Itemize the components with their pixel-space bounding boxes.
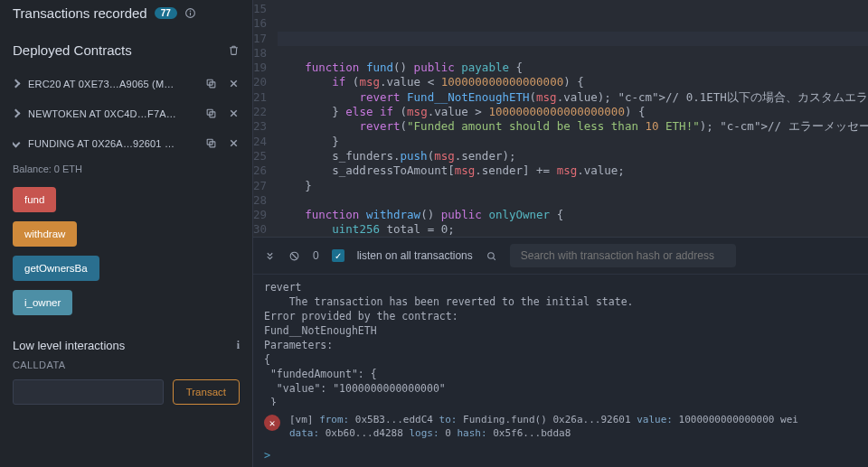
ban-icon[interactable] [288, 250, 300, 262]
chevron-down-icon [13, 139, 20, 148]
pending-count: 0 [313, 249, 319, 262]
deployed-contracts-header: Deployed Contracts [0, 30, 252, 67]
contract-row-newtoken[interactable]: NEWTOKEN AT 0XC4D…F7AAE (! [0, 98, 252, 128]
listen-label: listen on all transactions [357, 249, 473, 262]
main: 15161718192021222324252627282930 functio… [253, 0, 868, 467]
transact-button[interactable]: Transact [173, 379, 240, 405]
code-content: function fund() public payable { if (msg… [278, 46, 868, 237]
transactions-recorded-title: Transactions recorded [13, 5, 147, 21]
close-icon[interactable] [228, 107, 240, 119]
copy-icon[interactable] [205, 137, 217, 149]
trash-icon[interactable] [228, 44, 240, 56]
transactions-count-badge: 77 [155, 7, 177, 19]
terminal-log[interactable]: revert The transaction has been reverted… [253, 275, 868, 406]
svg-point-2 [190, 11, 191, 12]
terminal-tx-summary[interactable]: ✕ [vm] from: 0x5B3...eddC4 to: Funding.f… [253, 406, 868, 447]
contract-label: ERC20 AT 0XE73…A9065 (MEMO [28, 79, 177, 89]
active-line-highlight [278, 32, 868, 46]
collapse-icon[interactable] [264, 250, 276, 262]
terminal-prompt[interactable]: > [253, 447, 868, 467]
code-editor[interactable]: 15161718192021222324252627282930 functio… [253, 0, 868, 237]
low-level-interactions-header: Low level interactions i [0, 328, 252, 352]
chevron-right-icon [13, 79, 20, 89]
svg-line-18 [493, 257, 495, 259]
deployed-contracts-title: Deployed Contracts [13, 42, 132, 58]
terminal-search-input[interactable] [510, 244, 736, 267]
copy-icon[interactable] [205, 78, 217, 89]
info-icon[interactable] [184, 7, 196, 19]
transactions-recorded-header: Transactions recorded 77 [0, 0, 252, 30]
contract-row-funding[interactable]: FUNDING AT 0X26A…92601 (ME [0, 128, 252, 158]
contract-row-erc20[interactable]: ERC20 AT 0XE73…A9065 (MEMO [0, 69, 252, 98]
chevron-right-icon [13, 109, 20, 118]
line-gutter: 15161718192021222324252627282930 [253, 0, 278, 237]
terminal-toolbar: 0 ✓ listen on all transactions [253, 238, 868, 275]
svg-point-17 [487, 252, 494, 258]
svg-line-16 [291, 253, 297, 259]
terminal-tx-text: [vm] from: 0x5B3...eddC4 to: Funding.fun… [289, 413, 798, 440]
function-buttons: fund withdraw getOwnersBa i_owner [0, 183, 252, 328]
getownersba-button[interactable]: getOwnersBa [13, 256, 99, 281]
listen-checkbox[interactable]: ✓ [332, 249, 344, 262]
contract-label: FUNDING AT 0X26A…92601 (ME [28, 138, 177, 149]
info-icon[interactable]: i [237, 339, 240, 352]
fund-button[interactable]: fund [13, 187, 56, 212]
contracts-list: ERC20 AT 0XE73…A9065 (MEMO NEWTOKEN AT 0… [0, 67, 252, 160]
withdraw-button[interactable]: withdraw [13, 221, 77, 247]
calldata-label: CALLDATA [0, 352, 252, 374]
close-icon[interactable] [228, 78, 240, 89]
terminal-panel: 0 ✓ listen on all transactions revert Th… [253, 237, 868, 467]
iowner-button[interactable]: i_owner [13, 290, 72, 315]
copy-icon[interactable] [205, 107, 217, 119]
sidebar: Transactions recorded 77 Deployed Contra… [0, 0, 253, 467]
error-icon: ✕ [264, 415, 280, 431]
lli-title: Low level interactions [13, 339, 125, 352]
contract-label: NEWTOKEN AT 0XC4D…F7AAE (! [28, 108, 177, 119]
calldata-input[interactable] [13, 379, 164, 405]
close-icon[interactable] [228, 137, 240, 149]
search-icon[interactable] [486, 250, 497, 262]
balance-label: Balance: 0 ETH [0, 160, 252, 183]
